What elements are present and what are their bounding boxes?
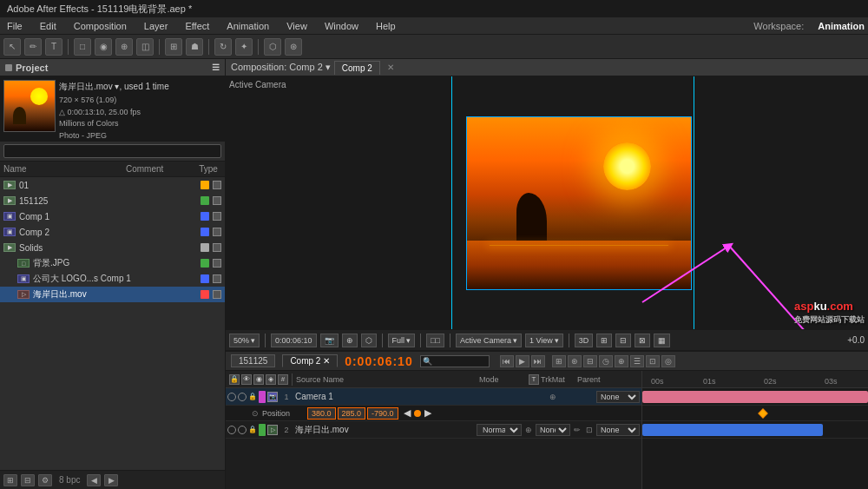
list-item[interactable]: ▣ Comp 1: [0, 208, 225, 224]
list-item[interactable]: ▷ 海岸日出.mov: [0, 287, 225, 302]
item-color: [201, 290, 209, 299]
keyframe-nav-right[interactable]: ▶: [424, 407, 431, 419]
keyframe-nav-left[interactable]: ◀: [404, 407, 411, 419]
menu-file[interactable]: File: [3, 19, 26, 33]
tool-shape[interactable]: □: [74, 38, 91, 56]
menu-view[interactable]: View: [283, 19, 311, 33]
tl-tool-3[interactable]: ⊟: [583, 355, 597, 367]
tl-tool-6[interactable]: ☰: [630, 355, 644, 367]
tool-clone[interactable]: ⊕: [115, 38, 133, 56]
layer-3d-icon[interactable]: ⊡: [584, 425, 595, 435]
tl-tool-8[interactable]: ◎: [661, 355, 675, 367]
tool-mask[interactable]: ⬡: [264, 38, 281, 56]
tl-tool-1[interactable]: ⊞: [552, 355, 566, 367]
timeline-search-input[interactable]: [420, 355, 490, 367]
tl-tool-4[interactable]: ◷: [599, 355, 613, 367]
prev-btn[interactable]: ◀: [87, 474, 101, 486]
transport-first[interactable]: ⏮: [500, 355, 514, 367]
timeline-timecode[interactable]: 0:00:06:10: [345, 354, 413, 368]
tool-anchor[interactable]: ✦: [235, 38, 253, 56]
keyframe-diamond[interactable]: [414, 410, 421, 417]
timecode-display[interactable]: 0:00:06:10: [271, 334, 317, 347]
project-panel-menu[interactable]: ☰: [212, 63, 220, 72]
lc-hash-icon[interactable]: #: [278, 374, 288, 385]
comp-tab[interactable]: Comp 2: [334, 61, 380, 75]
snap-btn[interactable]: ⊕: [342, 334, 358, 347]
camera-btn[interactable]: 📷: [320, 334, 339, 347]
layer-mode-select[interactable]: Normal: [477, 424, 522, 436]
tl-tool-5[interactable]: ⊕: [615, 355, 628, 367]
layer-solo-btn[interactable]: [238, 426, 247, 434]
zoom-control[interactable]: 50% ▾: [229, 334, 260, 347]
transparency-btn[interactable]: ▦: [654, 334, 670, 347]
layer-eye-btn[interactable]: [227, 426, 236, 434]
layer-switch-icon[interactable]: ⊕: [523, 425, 534, 435]
position-y[interactable]: 285.0: [338, 407, 366, 420]
menu-window[interactable]: Window: [321, 19, 362, 33]
tool-brush[interactable]: ◉: [95, 38, 112, 56]
grid-btn[interactable]: ⊞: [596, 334, 612, 347]
tl-tool-7[interactable]: ⊡: [646, 355, 660, 367]
list-item[interactable]: ▣ 公司大 LOGO...s Comp 1: [0, 271, 225, 287]
menu-layer[interactable]: Layer: [141, 19, 172, 33]
lc-lock-icon[interactable]: 🔒: [229, 374, 240, 385]
layer-lock-btn[interactable]: 🔒: [248, 393, 257, 401]
layer-row-video[interactable]: 🔒 ▷ 2 海岸日出.mov Normal ⊕ None ✏ ⊡: [226, 421, 641, 439]
position-z[interactable]: -790.0: [367, 407, 398, 420]
menu-animation[interactable]: Animation: [223, 19, 273, 33]
layer-switch-icon[interactable]: ⊕: [548, 392, 558, 402]
next-btn[interactable]: ▶: [104, 474, 118, 486]
project-search-input[interactable]: [3, 144, 221, 158]
layer-eye-btn[interactable]: [227, 393, 236, 401]
tl-tool-2[interactable]: ⊛: [568, 355, 582, 367]
tool-pan[interactable]: ☗: [186, 38, 203, 56]
lc-eye-icon[interactable]: 👁: [241, 374, 252, 385]
tool-text[interactable]: T: [45, 38, 62, 56]
3d-btn[interactable]: 3D: [575, 334, 594, 347]
menu-effect[interactable]: Effect: [181, 19, 213, 33]
new-item-btn[interactable]: ⊞: [3, 474, 17, 486]
lc-info-icon[interactable]: T: [529, 374, 539, 385]
menu-edit[interactable]: Edit: [36, 19, 60, 33]
transport-play[interactable]: ▶: [516, 355, 529, 367]
layer-row-camera1[interactable]: 🔒 📷 1 Camera 1 ⊕ None: [226, 388, 641, 406]
list-item[interactable]: ▶ Solids: [0, 240, 225, 255]
timeline-tab-151125[interactable]: 151125: [231, 354, 275, 367]
tool-puppet[interactable]: ⊛: [285, 38, 302, 56]
transport-last[interactable]: ⏭: [531, 355, 545, 367]
list-item[interactable]: □ 背景.JPG: [0, 255, 225, 271]
layer-fx-icon[interactable]: ✏: [572, 425, 582, 435]
camera-view-control[interactable]: Active Camera ▾: [456, 334, 522, 347]
tool-pen[interactable]: ✏: [24, 38, 42, 56]
layer-trkmat-select[interactable]: None: [536, 424, 570, 436]
layer-solo-btn[interactable]: [238, 393, 247, 401]
layer-parent-select[interactable]: None: [596, 424, 640, 436]
layer-parent-select[interactable]: None: [596, 391, 640, 403]
layer-lock-btn[interactable]: 🔒: [248, 426, 257, 434]
comp-tab-close[interactable]: ✕: [387, 63, 394, 72]
tool-arrow[interactable]: ↖: [3, 38, 21, 56]
comp-viewer[interactable]: Active Camera: [226, 76, 868, 329]
quality-control[interactable]: Full ▾: [388, 334, 416, 347]
tool-rotate[interactable]: ↻: [214, 38, 232, 56]
render-btn[interactable]: □□: [426, 334, 444, 347]
new-folder-btn[interactable]: ⊟: [21, 474, 35, 486]
mask-btn[interactable]: ⬡: [361, 334, 377, 347]
region-btn[interactable]: ⊠: [635, 334, 650, 347]
view-count-control[interactable]: 1 View ▾: [525, 334, 563, 347]
lc-color-icon[interactable]: ◈: [266, 374, 276, 385]
position-x[interactable]: 380.0: [307, 407, 336, 420]
comp-viewer-bar: 50% ▾ 0:00:06:10 📷 ⊕ ⬡ Full ▾ □□: [226, 329, 868, 350]
list-item[interactable]: ▣ Comp 2: [0, 224, 225, 240]
project-settings-btn[interactable]: ⚙: [38, 474, 52, 486]
menu-help[interactable]: Help: [372, 19, 399, 33]
tool-eraser[interactable]: ◫: [136, 38, 154, 56]
timeline-tab-comp2[interactable]: Comp 2 ✕: [282, 354, 338, 367]
keyframe-btn[interactable]: ⊙: [252, 409, 260, 418]
tool-camera[interactable]: ⊞: [165, 38, 182, 56]
overlay-btn[interactable]: ⊟: [615, 334, 631, 347]
lc-solo-icon[interactable]: ◉: [253, 374, 264, 385]
menu-composition[interactable]: Composition: [70, 19, 130, 33]
list-item[interactable]: ▶ 01: [0, 177, 225, 193]
list-item[interactable]: ▶ 151125: [0, 193, 225, 208]
